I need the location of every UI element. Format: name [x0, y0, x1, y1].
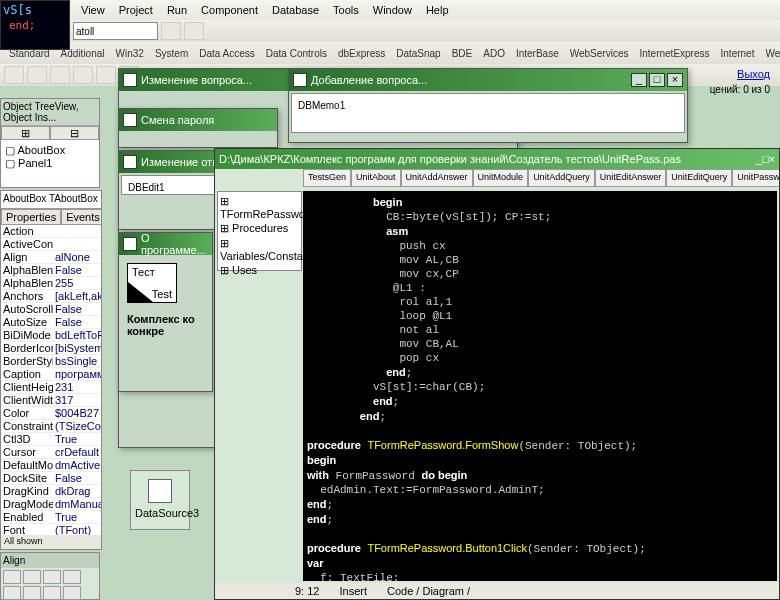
code-editor[interactable]: begin CB:=byte(vS[st]); CP:=st; asm push…	[303, 191, 777, 581]
property-row[interactable]: BorderStylebsSingle	[1, 355, 101, 368]
code-explorer[interactable]: ⊞ TFormRePassword⊞ Procedures⊞ Variables…	[217, 191, 302, 271]
object-treeview: Object TreeView, Object Ins... ⊞⊟ ▢ Abou…	[0, 98, 100, 188]
property-row[interactable]: Action	[1, 225, 101, 238]
form-icon	[123, 73, 137, 87]
preview-thumb: vS[s end;	[0, 0, 70, 50]
property-row[interactable]: Font(TFont)	[1, 524, 101, 535]
tree-item[interactable]: ▢ AboutBox	[5, 144, 95, 157]
palette-tab[interactable]: Win32	[111, 46, 149, 61]
property-row[interactable]: Constraints(TSizeConstra	[1, 420, 101, 433]
property-row[interactable]: AlignalNone	[1, 251, 101, 264]
menu-run[interactable]: Run	[161, 2, 193, 18]
property-row[interactable]: DefaultMonitordmActiveForm	[1, 459, 101, 472]
menu-window[interactable]: Window	[367, 2, 418, 18]
palette-tab[interactable]: WebSnap	[760, 46, 780, 61]
property-row[interactable]: AlphaBlendVal255	[1, 277, 101, 290]
property-row[interactable]: BorderIcons[biSystemM	[1, 342, 101, 355]
maximize-icon[interactable]: □	[649, 73, 665, 87]
property-row[interactable]: Color$004B27	[1, 407, 101, 420]
close-icon[interactable]: ×	[769, 153, 775, 165]
property-row[interactable]: AutoScrollFalse	[1, 303, 101, 316]
form-icon	[123, 237, 137, 251]
toolbar-main	[0, 20, 780, 42]
tree-item[interactable]: ▢ Panel1	[5, 157, 95, 170]
pause-icon[interactable]	[184, 22, 204, 40]
palette-tab[interactable]: BDE	[447, 46, 478, 61]
inspector-object-combo[interactable]: AboutBox TAboutBox	[1, 191, 101, 209]
property-row[interactable]: EnabledTrue	[1, 511, 101, 524]
property-row[interactable]: Captionпрограмм	[1, 368, 101, 381]
property-row[interactable]: CursorcrDefault	[1, 446, 101, 459]
menu-view[interactable]: View	[75, 2, 111, 18]
run-icon[interactable]	[161, 22, 181, 40]
palette-tab[interactable]: InternetExpress	[634, 46, 714, 61]
object-inspector: AboutBox TAboutBox PropertiesEvents Acti…	[0, 190, 102, 550]
property-row[interactable]: Anchors[akLeft,akTop	[1, 290, 101, 303]
datasource-component[interactable]: DataSource3	[130, 470, 190, 530]
property-row[interactable]: DockSiteFalse	[1, 472, 101, 485]
main-menu: ViewProjectRunComponentDatabaseToolsWind…	[0, 0, 780, 20]
code-tab[interactable]: UnitEditQuery	[666, 169, 732, 187]
minimize-icon[interactable]: _	[631, 73, 647, 87]
code-tab[interactable]: UnitAddQuery	[528, 169, 595, 187]
search-combo[interactable]	[73, 22, 158, 40]
maximize-icon[interactable]: □	[762, 153, 769, 165]
palette-tab[interactable]: Internet	[716, 46, 760, 61]
palette-tab[interactable]: WebServices	[565, 46, 634, 61]
property-row[interactable]: ClientHeight231	[1, 381, 101, 394]
code-tab[interactable]: UnitAbout	[351, 169, 401, 187]
property-row[interactable]: ClientWidth317	[1, 394, 101, 407]
code-tab[interactable]: TestsGen	[303, 169, 351, 187]
property-row[interactable]: AutoSizeFalse	[1, 316, 101, 329]
code-tab[interactable]: UnitModule	[473, 169, 529, 187]
palette-tab[interactable]: ADO	[478, 46, 510, 61]
close-icon[interactable]: ×	[667, 73, 683, 87]
property-row[interactable]: BiDiModebdLeftToRigh	[1, 329, 101, 342]
menu-tools[interactable]: Tools	[327, 2, 365, 18]
palette-tab[interactable]: DataSnap	[391, 46, 445, 61]
editor-tabs: TestsGenUnitAboutUnitAddAnswerUnitModule…	[303, 169, 779, 187]
exit-link[interactable]: Выход	[737, 68, 770, 80]
align-palette: Align	[0, 552, 100, 600]
datasource-icon	[148, 479, 172, 503]
editor-statusbar: 9: 12 Insert Code / Diagram /	[215, 583, 779, 599]
dbmemo-field[interactable]: DBMemo1	[291, 93, 685, 133]
property-row[interactable]: DragKinddkDrag	[1, 485, 101, 498]
form-icon	[123, 113, 137, 127]
property-row[interactable]: AlphaBlendFalse	[1, 264, 101, 277]
inspector-tab[interactable]: Properties	[1, 209, 61, 225]
palette-tab[interactable]: dbExpress	[333, 46, 390, 61]
form-icon	[293, 73, 307, 87]
property-row[interactable]: ActiveControl	[1, 238, 101, 251]
palette-tab[interactable]: Data Access	[194, 46, 260, 61]
code-tab[interactable]: UnitPassword	[732, 169, 779, 187]
menu-project[interactable]: Project	[113, 2, 159, 18]
component-palette: StandardAdditionalWin32SystemData Access…	[0, 42, 780, 64]
form-about: О программе... Тест Test Комплекс ко кон…	[118, 232, 213, 392]
form-icon	[123, 155, 137, 169]
menu-component[interactable]: Component	[195, 2, 264, 18]
palette-tab[interactable]: Data Controls	[261, 46, 332, 61]
form-add-question: Добавление вопроса... _□× DBMemo1	[288, 68, 688, 143]
code-editor-window: D:\Дима\КРКZ\Комплекс программ для прове…	[214, 148, 780, 600]
property-row[interactable]: Ctl3DTrue	[1, 433, 101, 446]
inspector-tab[interactable]: Events	[61, 209, 102, 225]
menu-database[interactable]: Database	[266, 2, 325, 18]
palette-tab[interactable]: InterBase	[511, 46, 564, 61]
menu-help[interactable]: Help	[420, 2, 455, 18]
property-row[interactable]: DragModedmManual	[1, 498, 101, 511]
palette-tab[interactable]: System	[150, 46, 193, 61]
code-tab[interactable]: UnitAddAnswer	[401, 169, 473, 187]
count-label: цений: 0 из 0	[710, 84, 770, 95]
form-change-password: Смена пароля	[118, 108, 278, 148]
code-tab[interactable]: UnitEditAnswer	[595, 169, 667, 187]
